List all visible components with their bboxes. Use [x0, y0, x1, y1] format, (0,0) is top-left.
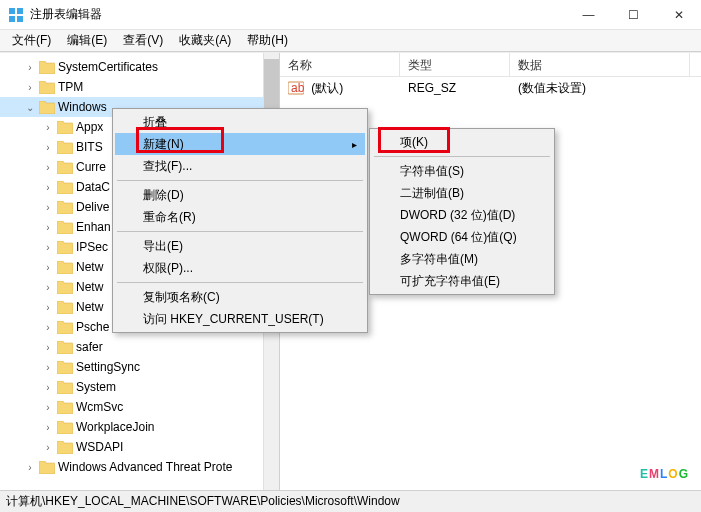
tree-twisty-icon[interactable]: ›	[42, 182, 54, 193]
cell-type: REG_SZ	[400, 79, 510, 97]
statusbar: 计算机\HKEY_LOCAL_MACHINE\SOFTWARE\Policies…	[0, 490, 701, 512]
ctx-new-dword[interactable]: DWORD (32 位)值(D)	[372, 204, 552, 226]
list-row[interactable]: ab (默认) REG_SZ (数值未设置)	[280, 77, 701, 99]
submenu-arrow-icon: ▸	[352, 139, 357, 150]
tree-twisty-icon[interactable]: ›	[42, 242, 54, 253]
tree-twisty-icon[interactable]: ›	[24, 62, 36, 73]
menu-edit[interactable]: 编辑(E)	[59, 30, 115, 51]
ctx-new-string[interactable]: 字符串值(S)	[372, 160, 552, 182]
tree-item-label: TPM	[58, 80, 83, 94]
tree-twisty-icon[interactable]: ›	[42, 162, 54, 173]
string-value-icon: ab	[288, 80, 304, 96]
tree-item[interactable]: ›safer	[0, 337, 279, 357]
ctx-delete[interactable]: 删除(D)	[115, 184, 365, 206]
tree-twisty-icon[interactable]: ›	[42, 422, 54, 433]
cell-data: (数值未设置)	[510, 78, 690, 99]
folder-icon	[57, 321, 73, 334]
tree-item[interactable]: ›TPM	[0, 77, 279, 97]
close-button[interactable]: ✕	[656, 0, 701, 29]
tree-item[interactable]: ›System	[0, 377, 279, 397]
ctx-new-qword[interactable]: QWORD (64 位)值(Q)	[372, 226, 552, 248]
menu-help[interactable]: 帮助(H)	[239, 30, 296, 51]
tree-item-label: Delive	[76, 200, 109, 214]
tree-item[interactable]: ›WorkplaceJoin	[0, 417, 279, 437]
tree-item-label: IPSec	[76, 240, 108, 254]
tree-item-label: WcmSvc	[76, 400, 123, 414]
tree-item[interactable]: ›SettingSync	[0, 357, 279, 377]
ctx-new-binary[interactable]: 二进制值(B)	[372, 182, 552, 204]
col-data[interactable]: 数据	[510, 53, 690, 76]
ctx-new-expandstring[interactable]: 可扩充字符串值(E)	[372, 270, 552, 292]
tree-twisty-icon[interactable]: ⌄	[24, 102, 36, 113]
folder-icon	[57, 241, 73, 254]
folder-icon	[39, 461, 55, 474]
list-header: 名称 类型 数据	[280, 53, 701, 77]
cell-name: ab (默认)	[280, 78, 400, 99]
folder-icon	[57, 401, 73, 414]
menu-view[interactable]: 查看(V)	[115, 30, 171, 51]
minimize-button[interactable]: —	[566, 0, 611, 29]
folder-icon	[57, 141, 73, 154]
svg-rect-1	[17, 8, 23, 14]
tree-twisty-icon[interactable]: ›	[42, 262, 54, 273]
tree-twisty-icon[interactable]: ›	[42, 122, 54, 133]
tree-item-label: DataC	[76, 180, 110, 194]
svg-rect-0	[9, 8, 15, 14]
ctx-new-label: 新建(N)	[143, 136, 184, 153]
svg-text:ab: ab	[291, 81, 304, 95]
folder-icon	[57, 261, 73, 274]
menu-file[interactable]: 文件(F)	[4, 30, 59, 51]
ctx-copy-key-name[interactable]: 复制项名称(C)	[115, 286, 365, 308]
folder-icon	[57, 381, 73, 394]
tree-item[interactable]: ›WSDAPI	[0, 437, 279, 457]
tree-twisty-icon[interactable]: ›	[42, 282, 54, 293]
tree-item-label: System	[76, 380, 116, 394]
folder-icon	[57, 421, 73, 434]
titlebar: 注册表编辑器 — ☐ ✕	[0, 0, 701, 30]
col-type[interactable]: 类型	[400, 53, 510, 76]
tree-twisty-icon[interactable]: ›	[42, 222, 54, 233]
folder-icon	[57, 361, 73, 374]
tree-twisty-icon[interactable]: ›	[42, 402, 54, 413]
tree-twisty-icon[interactable]: ›	[42, 382, 54, 393]
tree-twisty-icon[interactable]: ›	[42, 202, 54, 213]
tree-item-label: Windows	[58, 100, 107, 114]
tree-item-label: Netw	[76, 300, 103, 314]
tree-item[interactable]: ›SystemCertificates	[0, 57, 279, 77]
ctx-new[interactable]: 新建(N) ▸	[115, 133, 365, 155]
tree-twisty-icon[interactable]: ›	[24, 462, 36, 473]
tree-twisty-icon[interactable]: ›	[42, 142, 54, 153]
menu-favorites[interactable]: 收藏夹(A)	[171, 30, 239, 51]
tree-twisty-icon[interactable]: ›	[42, 442, 54, 453]
tree-item-label: Windows Advanced Threat Prote	[58, 460, 233, 474]
maximize-button[interactable]: ☐	[611, 0, 656, 29]
watermark-logo: EMLOG	[640, 438, 689, 488]
folder-icon	[57, 341, 73, 354]
tree-twisty-icon[interactable]: ›	[24, 82, 36, 93]
tree-item-label: SettingSync	[76, 360, 140, 374]
context-menu-main: 折叠 新建(N) ▸ 查找(F)... 删除(D) 重命名(R) 导出(E) 权…	[112, 108, 368, 333]
tree-twisty-icon[interactable]: ›	[42, 322, 54, 333]
ctx-new-key[interactable]: 项(K)	[372, 131, 552, 153]
ctx-collapse[interactable]: 折叠	[115, 111, 365, 133]
tree-twisty-icon[interactable]: ›	[42, 342, 54, 353]
svg-rect-2	[9, 16, 15, 22]
ctx-find[interactable]: 查找(F)...	[115, 155, 365, 177]
tree-item[interactable]: ›Windows Advanced Threat Prote	[0, 457, 279, 477]
ctx-rename[interactable]: 重命名(R)	[115, 206, 365, 228]
col-name[interactable]: 名称	[280, 53, 400, 76]
context-menu-new: 项(K) 字符串值(S) 二进制值(B) DWORD (32 位)值(D) QW…	[369, 128, 555, 295]
ctx-export[interactable]: 导出(E)	[115, 235, 365, 257]
tree-item-label: Netw	[76, 280, 103, 294]
wm-m: M	[649, 467, 660, 481]
tree-item-label: BITS	[76, 140, 103, 154]
folder-icon	[57, 181, 73, 194]
tree-item-label: SystemCertificates	[58, 60, 158, 74]
ctx-goto-hkcu[interactable]: 访问 HKEY_CURRENT_USER(T)	[115, 308, 365, 330]
ctx-separator	[117, 231, 363, 232]
tree-item[interactable]: ›WcmSvc	[0, 397, 279, 417]
tree-twisty-icon[interactable]: ›	[42, 362, 54, 373]
ctx-permissions[interactable]: 权限(P)...	[115, 257, 365, 279]
tree-twisty-icon[interactable]: ›	[42, 302, 54, 313]
ctx-new-multistring[interactable]: 多字符串值(M)	[372, 248, 552, 270]
